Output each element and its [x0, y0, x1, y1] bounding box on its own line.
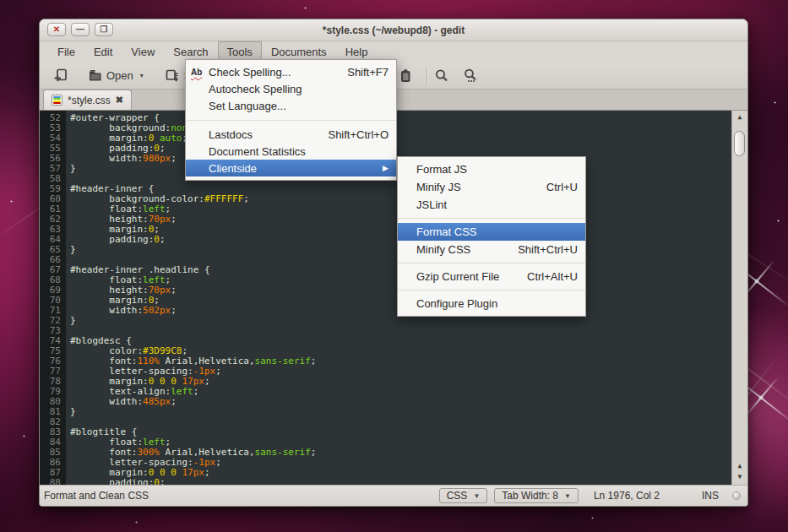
status-message: Format and Clean CSS	[44, 490, 149, 502]
menu-item-label: Minify JS	[416, 181, 531, 193]
code-line: 72}	[40, 316, 731, 326]
scroll-down-arrow-icon[interactable]: ▼	[732, 471, 747, 483]
paste-clipboard-icon	[397, 68, 414, 84]
star	[23, 435, 25, 437]
scroll-up-arrow-icon[interactable]: ▲	[732, 460, 747, 472]
menu-item-label: Configure Plugin	[416, 297, 578, 310]
save-icon	[164, 68, 181, 84]
tab-style-css[interactable]: *style.css ✖	[43, 90, 132, 110]
menu-item-minify-css[interactable]: Minify CSSShift+Ctrl+U	[398, 241, 585, 258]
open-button[interactable]: Open ▾	[83, 67, 148, 84]
menu-item-autocheck-spelling[interactable]: Autocheck Spelling	[186, 80, 396, 97]
menu-item-label: Clientside	[209, 162, 374, 175]
menu-item-gzip-current-file[interactable]: Gzip Current FileCtrl+Alt+U	[398, 268, 585, 285]
menu-item-label: Document Statistics	[209, 145, 389, 158]
tab-label: *style.css	[68, 95, 111, 106]
menu-item-clientside[interactable]: Clientside▶	[186, 160, 396, 176]
menu-item-label: Set Language...	[209, 100, 389, 112]
menu-item-label: Minify CSS	[416, 243, 503, 256]
chevron-down-icon: ▼	[473, 492, 480, 500]
menu-item-shortcut: Shift+Ctrl+O	[328, 128, 389, 141]
status-bar: Format and Clean CSS CSS ▼ Tab Width: 8 …	[40, 485, 747, 506]
scrollbar-thumb[interactable]	[734, 131, 745, 156]
submenu-arrow-icon: ▶	[383, 164, 389, 172]
language-label: CSS	[447, 490, 468, 502]
window-title: *style.css (~/webupd8) - gedit	[40, 24, 747, 36]
star	[10, 200, 13, 203]
menu-item-lastdocs[interactable]: LastdocsShift+Ctrl+O	[186, 126, 396, 143]
code-text: }	[70, 164, 76, 174]
new-document-button[interactable]	[48, 66, 73, 85]
menu-item-shortcut: Shift+Ctrl+U	[518, 243, 578, 256]
code-line: 80 width:485px;	[40, 397, 731, 407]
code-text: }	[70, 245, 76, 255]
code-text: width:485px;	[70, 397, 177, 407]
close-window-button[interactable]: ✕	[47, 23, 66, 36]
star	[774, 101, 776, 104]
spellcheck-icon: Ab	[191, 68, 209, 77]
menu-item-label: Autocheck Spelling	[209, 83, 389, 95]
tab-width-label: Tab Width: 8	[502, 490, 558, 502]
window-controls: ✕ — ❒	[47, 23, 113, 36]
find-button[interactable]	[433, 62, 450, 90]
menu-separator	[398, 218, 585, 219]
replace-button[interactable]	[462, 62, 479, 90]
desktop: ✕ — ❒ *style.css (~/webupd8) - gedit Fil…	[0, 0, 788, 532]
menubar-item-view[interactable]: View	[122, 41, 164, 62]
vertical-scrollbar[interactable]: ▲ ▲ ▼	[731, 111, 747, 485]
menu-item-set-language[interactable]: Set Language...	[186, 97, 396, 114]
search-icon	[433, 68, 450, 84]
menu-item-jslint[interactable]: JSLint	[398, 196, 585, 214]
code-line: 64 padding:0;	[40, 235, 731, 245]
paste-button[interactable]	[397, 62, 414, 90]
menu-item-label: Format CSS	[416, 225, 578, 238]
toolbar-separator	[423, 62, 431, 90]
menu-item-label: Gzip Current File	[416, 270, 512, 283]
menu-item-label: Lastdocs	[209, 128, 312, 141]
clientside-submenu: Format JSMinify JSCtrl+UJSLintFormat CSS…	[397, 156, 586, 317]
menubar-item-edit[interactable]: Edit	[84, 41, 122, 62]
code-line: 81}	[40, 407, 731, 417]
cursor-position: Ln 1976, Col 2	[594, 490, 660, 502]
tab-width-button[interactable]: Tab Width: 8 ▼	[494, 488, 579, 503]
menu-item-label: JSLint	[416, 198, 578, 211]
menu-item-configure-plugin[interactable]: Configure Plugin	[398, 295, 585, 312]
menubar-item-file[interactable]: File	[48, 41, 84, 62]
menu-item-document-statistics[interactable]: Document Statistics	[186, 143, 396, 160]
menu-item-shortcut: Shift+F7	[347, 66, 389, 79]
menu-item-format-css[interactable]: Format CSS	[398, 223, 585, 241]
code-line: 73	[40, 326, 731, 336]
star	[591, 517, 594, 519]
open-dropdown-arrow-icon[interactable]: ▾	[140, 72, 144, 79]
code-line: 88 padding:0;	[40, 478, 731, 485]
titlebar[interactable]: ✕ — ❒ *style.css (~/webupd8) - gedit	[40, 19, 747, 41]
star	[754, 279, 759, 284]
line-number: 88	[40, 478, 66, 485]
open-folder-icon	[87, 68, 103, 83]
code-text: }	[70, 407, 76, 417]
menu-item-check-spelling[interactable]: AbCheck Spelling...Shift+F7	[186, 63, 396, 80]
new-document-icon	[52, 68, 68, 84]
scroll-up-arrow-icon[interactable]: ▲	[732, 111, 747, 123]
star	[758, 395, 764, 400]
menu-item-format-js[interactable]: Format JS	[398, 160, 585, 178]
maximize-window-button[interactable]: ❒	[95, 23, 113, 36]
code-text: padding:0;	[70, 235, 166, 245]
code-line: 71 width:502px;	[40, 306, 731, 316]
minimize-window-button[interactable]: —	[71, 23, 90, 36]
menu-item-label: Check Spelling...	[209, 66, 332, 79]
tab-close-icon[interactable]: ✖	[116, 95, 123, 105]
chevron-down-icon: ▼	[564, 492, 571, 500]
code-text: padding:0;	[70, 478, 166, 485]
menu-item-shortcut: Ctrl+U	[546, 181, 578, 193]
css-file-icon	[52, 95, 62, 106]
menu-item-minify-js[interactable]: Minify JSCtrl+U	[398, 178, 585, 196]
language-selector-button[interactable]: CSS ▼	[439, 488, 488, 503]
code-text: }	[70, 316, 76, 326]
code-text: width:502px;	[70, 306, 177, 316]
search-replace-icon	[462, 68, 479, 84]
code-line: 65}	[40, 245, 731, 255]
tools-menu: AbCheck Spelling...Shift+F7Autocheck Spe…	[185, 59, 397, 181]
code-line: 82	[40, 417, 731, 427]
resize-grip[interactable]	[732, 491, 741, 500]
